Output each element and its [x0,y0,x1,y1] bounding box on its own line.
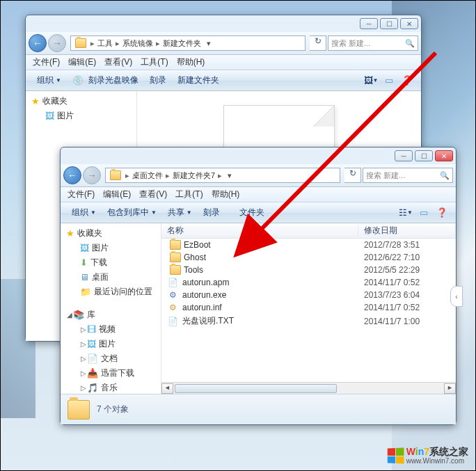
menu-file[interactable]: 文件(F) [63,189,99,200]
chevron-right-icon: ▸ [216,171,223,180]
star-icon: ★ [66,228,74,239]
menu-view[interactable]: 查看(V) [135,189,171,200]
help-button[interactable]: ❓ [434,206,450,220]
sidebar-favorites[interactable]: ★收藏夹 [26,94,136,109]
file-row[interactable]: 📄光盘说明.TXT2014/11/7 1:00 [161,314,456,328]
sidebar-documents[interactable]: ▷📄文档 [61,351,161,366]
search-box[interactable]: 搜索 新建... 🔍 [328,35,418,51]
menu-tools[interactable]: 工具(T) [171,189,207,200]
sidebar-recent[interactable]: 📁最近访问的位置 [61,285,161,299]
forward-button[interactable]: → [83,166,101,184]
back-button[interactable]: ← [63,166,81,184]
menu-file[interactable]: 文件(F) [29,56,64,68]
refresh-button[interactable]: ↻ [310,35,326,51]
scroll-track[interactable] [173,383,444,394]
tool-burn-image[interactable]: 💿刻录光盘映像 [67,74,144,86]
file-name: ⚙autorun.exe [161,290,358,300]
recent-icon: 📁 [80,287,91,297]
sidebar-videos[interactable]: ▷🎞视频 [61,322,161,337]
folder-icon [68,400,90,420]
close-button[interactable]: ✕ [400,18,418,29]
file-row[interactable]: Ghost2012/6/22 7:10 [161,251,456,264]
maximize-button[interactable]: ☐ [415,150,433,161]
tool-new-folder[interactable]: 文件夹 [225,207,270,218]
watermark-brand: Win7系统之家 [406,447,468,457]
back-button[interactable]: ← [29,34,47,52]
help-button[interactable]: ❓ [399,74,415,88]
address-dropdown[interactable]: ▾ [223,171,235,180]
sidebar-pictures[interactable]: 🖼图片 [61,241,161,255]
sidebar-libraries[interactable]: ◢📚库 [61,308,161,322]
toolbar: 组织▼ 包含到库中▼ 共享▼ 刻录 文件夹 ☷▼ ▭ ❓ [61,202,456,223]
tool-include-library[interactable]: 包含到库中▼ [102,207,162,218]
sidebar-thunder[interactable]: ▷📥迅雷下载 [61,366,161,381]
minimize-button[interactable]: ─ [360,18,378,29]
file-row[interactable]: ⚙autorun.exe2013/7/23 6:04 [161,289,456,301]
menu-help[interactable]: 帮助(H) [173,56,209,68]
maximize-button[interactable]: ☐ [380,18,398,29]
breadcrumb-item[interactable]: 新建文件夹7 [171,170,216,181]
address-dropdown[interactable]: ▾ [203,39,214,48]
pictures-icon: 🖼 [45,111,54,121]
menu-help[interactable]: 帮助(H) [207,189,244,200]
scroll-thumb[interactable] [175,384,337,393]
sidebar-pictures[interactable]: 🖼图片 [26,109,136,123]
tool-organize[interactable]: 组织▼ [31,74,67,86]
breadcrumb-item[interactable]: 桌面文件 [131,170,164,181]
expander-icon[interactable]: ▷ [80,355,87,362]
column-date[interactable]: 修改日期 [358,225,456,237]
folder-icon [170,240,181,250]
breadcrumb-item[interactable]: 新建文件夹 [161,38,203,49]
file-date: 2012/5/5 22:29 [358,265,456,275]
menu-view[interactable]: 查看(V) [100,56,136,68]
file-row[interactable]: Tools2012/5/5 22:29 [161,264,456,276]
sidebar-music[interactable]: ▷🎵音乐 [61,381,161,394]
tool-new-folder[interactable]: 新建文件夹 [172,74,225,86]
menu-tools[interactable]: 工具(T) [136,56,172,68]
file-name: Ghost [161,253,358,262]
expander-icon[interactable]: ▷ [80,340,87,348]
view-mode-button[interactable]: ☷▼ [397,206,414,220]
sidebar-downloads[interactable]: ⬇下载 [61,255,161,270]
file-row[interactable]: 📄autorun.apm2014/11/7 0:52 [161,276,456,289]
download-icon: ⬇ [80,257,88,268]
menu-edit[interactable]: 编辑(E) [99,189,135,200]
folder-icon [170,253,181,262]
close-button[interactable]: ✕ [435,150,453,161]
tool-organize[interactable]: 组织▼ [66,207,102,218]
address-bar[interactable]: ▸ 桌面文件 ▸ 新建文件夹7 ▸ ▾ [105,168,340,183]
preview-pane-button[interactable]: ▭ [381,74,397,88]
tool-burn[interactable]: 刻录 [144,74,172,86]
breadcrumb-item[interactable]: 工具 [96,38,114,49]
pictures-icon: 🖼 [80,243,89,253]
expander-icon[interactable]: ▷ [80,384,87,392]
breadcrumb-item[interactable]: 系统镜像 [121,38,154,49]
file-row[interactable]: EzBoot2012/7/28 3:51 [161,239,456,251]
horizontal-scrollbar[interactable]: ◄ ► [161,382,456,394]
refresh-button[interactable]: ↻ [344,168,361,183]
expander-icon[interactable]: ▷ [80,369,87,377]
column-name[interactable]: 名称 [161,225,358,237]
address-bar[interactable]: ▸ 工具 ▸ 系统镜像 ▸ 新建文件夹 ▾ [70,35,306,51]
titlebar: ─ ☐ ✕ [26,15,421,32]
sidebar-favorites[interactable]: ★收藏夹 [61,226,161,241]
side-knob[interactable]: ‹ [450,286,463,307]
menu-edit[interactable]: 编辑(E) [64,56,100,68]
scroll-right-button[interactable]: ► [444,383,456,394]
scroll-left-button[interactable]: ◄ [161,383,173,394]
search-box[interactable]: 搜索 新建... 🔍 [363,168,453,183]
toolbar: 组织▼ 💿刻录光盘映像 刻录 新建文件夹 🖼▼ ▭ ❓ [26,70,421,91]
minimize-button[interactable]: ─ [395,150,413,161]
expander-icon[interactable]: ▷ [80,326,87,333]
preview-pane-button[interactable]: ▭ [415,206,432,220]
tool-burn[interactable]: 刻录 [198,207,225,218]
view-mode-button[interactable]: 🖼▼ [363,74,379,88]
forward-button[interactable]: → [48,34,66,52]
sidebar-pictures-lib[interactable]: ▷🖼图片 [61,337,161,351]
chevron-right-icon: ▸ [89,39,96,48]
file-list: EzBoot2012/7/28 3:51Ghost2012/6/22 7:10T… [161,239,456,382]
expander-icon[interactable]: ◢ [66,311,73,319]
sidebar-desktop[interactable]: 🖥桌面 [61,270,161,285]
file-row[interactable]: ⚙autorun.inf2014/11/7 0:52 [161,301,456,314]
tool-share[interactable]: 共享▼ [162,207,198,218]
